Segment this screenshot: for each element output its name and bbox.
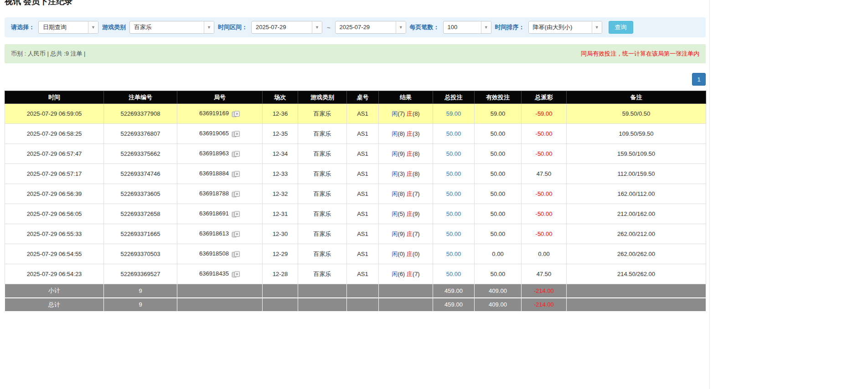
cell-table-no: AS1 bbox=[347, 164, 379, 184]
round-number: 636918963 bbox=[199, 150, 229, 157]
cell-payout: 47.50 bbox=[522, 264, 567, 284]
result-banker-score: (0) bbox=[413, 251, 420, 257]
column-header: 注单编号 bbox=[104, 91, 177, 104]
filter-bar: 请选择： 日期查询 ▼ 游戏类别 百家乐 ▼ 时间区间： 2025-07-29 … bbox=[5, 17, 706, 37]
column-header: 桌号 bbox=[347, 91, 379, 104]
cell-time: 2025-07-29 06:58:25 bbox=[5, 124, 104, 144]
result-banker-label: 庄 bbox=[407, 110, 413, 117]
cell-time: 2025-07-29 06:57:17 bbox=[5, 164, 104, 184]
result-banker-score: (9) bbox=[413, 210, 420, 217]
cell-table-no: AS1 bbox=[347, 144, 379, 164]
total-bet-link[interactable]: 50.00 bbox=[446, 251, 461, 257]
query-mode-value: 日期查询 bbox=[39, 21, 88, 33]
total-bet-link[interactable]: 50.00 bbox=[446, 130, 461, 137]
cell-result: 闲(0) 庄(0) bbox=[379, 244, 433, 264]
cell-round: 636919169 bbox=[177, 104, 263, 124]
cell-time: 2025-07-29 06:56:39 bbox=[5, 184, 104, 204]
table-row: 2025-07-29 06:57:47522693375662636918963… bbox=[5, 144, 706, 164]
total-bet-link[interactable]: 50.00 bbox=[446, 150, 461, 157]
filter-label-time-range: 时间区间： bbox=[218, 23, 248, 31]
date-from-select[interactable]: 2025-07-29 ▼ bbox=[251, 21, 322, 34]
table-row: 2025-07-29 06:59:05522693377908636919169… bbox=[5, 104, 706, 124]
cell-total-bet: 50.00 bbox=[433, 184, 475, 204]
round-number: 636918435 bbox=[199, 270, 229, 277]
game-result-cards-icon[interactable] bbox=[232, 251, 240, 258]
result-player-score: (3) bbox=[398, 170, 405, 177]
result-player-label: 闲 bbox=[392, 210, 398, 217]
cell-result: 闲(9) 庄(8) bbox=[379, 144, 433, 164]
result-banker-label: 庄 bbox=[407, 271, 413, 277]
content-edge-divider bbox=[709, 0, 710, 389]
cell-payout: 0.00 bbox=[522, 244, 567, 264]
cell-valid-bet: 50.00 bbox=[475, 204, 522, 224]
game-result-cards-icon[interactable] bbox=[232, 231, 240, 238]
game-result-cards-icon[interactable] bbox=[232, 131, 240, 138]
filter-label-game-type: 游戏类别 bbox=[102, 23, 126, 31]
chevron-down-icon[interactable]: ▼ bbox=[204, 21, 214, 33]
total-bet-link[interactable]: 50.00 bbox=[446, 190, 461, 197]
total-bet-link[interactable]: 50.00 bbox=[446, 271, 461, 277]
chevron-down-icon[interactable]: ▼ bbox=[88, 21, 98, 33]
game-result-cards-icon[interactable] bbox=[232, 111, 240, 118]
game-result-cards-icon[interactable] bbox=[232, 271, 240, 278]
table-row: 2025-07-29 06:54:55522693370503636918508… bbox=[5, 244, 706, 264]
summary-bar: 币别 : 人民币 | 总共 :9 注单 | 同局有效投注，统一计算在该局第一张注… bbox=[5, 44, 706, 63]
cell-game-type: 百家乐 bbox=[298, 224, 347, 244]
cell-remark: 112.00/159.50 bbox=[567, 164, 706, 184]
date-to-select[interactable]: 2025-07-29 ▼ bbox=[335, 21, 406, 34]
chevron-down-icon[interactable]: ▼ bbox=[396, 21, 406, 33]
result-banker-label: 庄 bbox=[407, 190, 413, 197]
cell-time: 2025-07-29 06:54:55 bbox=[5, 244, 104, 264]
cell-game-type: 百家乐 bbox=[298, 264, 347, 284]
total-bet-link[interactable]: 50.00 bbox=[446, 210, 461, 217]
cell-table-no: AS1 bbox=[347, 244, 379, 264]
pagination: 1 bbox=[5, 73, 706, 86]
summary-payout: -214.00 bbox=[522, 284, 567, 298]
total-bet-link[interactable]: 50.00 bbox=[446, 230, 461, 237]
cell-result: 闲(8) 庄(7) bbox=[379, 184, 433, 204]
summary-total-bet: 459.00 bbox=[433, 298, 475, 312]
summary-empty-cell bbox=[298, 284, 347, 298]
cell-round: 636918613 bbox=[177, 224, 263, 244]
game-type-select[interactable]: 百家乐 ▼ bbox=[129, 21, 214, 34]
cell-remark: 212.00/162.00 bbox=[567, 204, 706, 224]
game-result-cards-icon[interactable] bbox=[232, 171, 240, 178]
per-page-select[interactable]: 100 ▼ bbox=[443, 21, 491, 34]
cell-bet-id: 522693372658 bbox=[104, 204, 177, 224]
cell-table-no: AS1 bbox=[347, 104, 379, 124]
time-sort-select[interactable]: 降幂(由大到小) ▼ bbox=[528, 21, 602, 34]
chevron-down-icon[interactable]: ▼ bbox=[312, 21, 322, 33]
round-number: 636918691 bbox=[199, 210, 229, 217]
chevron-down-icon[interactable]: ▼ bbox=[481, 21, 491, 33]
date-from-value: 2025-07-29 bbox=[252, 21, 312, 33]
cell-valid-bet: 59.00 bbox=[475, 104, 522, 124]
cell-time: 2025-07-29 06:54:23 bbox=[5, 264, 104, 284]
result-player-score: (7) bbox=[398, 110, 405, 117]
cell-valid-bet: 50.00 bbox=[475, 124, 522, 144]
cell-payout: -50.00 bbox=[522, 224, 567, 244]
game-result-cards-icon[interactable] bbox=[232, 211, 240, 218]
page-button-1[interactable]: 1 bbox=[692, 73, 706, 86]
game-result-cards-icon[interactable] bbox=[232, 191, 240, 198]
cell-valid-bet: 50.00 bbox=[475, 224, 522, 244]
result-banker-label: 庄 bbox=[407, 230, 413, 237]
round-number: 636919065 bbox=[199, 130, 229, 137]
game-result-cards-icon[interactable] bbox=[232, 151, 240, 158]
cell-session: 12-31 bbox=[263, 204, 298, 224]
result-player-label: 闲 bbox=[392, 170, 398, 177]
cell-time: 2025-07-29 06:55:33 bbox=[5, 224, 104, 244]
same-round-note: 同局有效投注，统一计算在该局第一张注单内 bbox=[581, 50, 699, 58]
cell-round: 636918963 bbox=[177, 144, 263, 164]
result-banker-score: (7) bbox=[413, 230, 420, 237]
result-banker-score: (8) bbox=[413, 150, 420, 157]
query-button[interactable]: 查询 bbox=[609, 21, 633, 34]
result-banker-score: (8) bbox=[413, 110, 420, 117]
cell-remark: 214.50/262.00 bbox=[567, 264, 706, 284]
query-mode-select[interactable]: 日期查询 ▼ bbox=[38, 21, 98, 34]
total-bet-link[interactable]: 59.00 bbox=[446, 110, 461, 117]
cell-valid-bet: 50.00 bbox=[475, 144, 522, 164]
total-bet-link[interactable]: 50.00 bbox=[446, 170, 461, 177]
cell-bet-id: 522693374746 bbox=[104, 164, 177, 184]
chevron-down-icon[interactable]: ▼ bbox=[592, 21, 602, 33]
summary-label: 总计 bbox=[5, 298, 104, 312]
